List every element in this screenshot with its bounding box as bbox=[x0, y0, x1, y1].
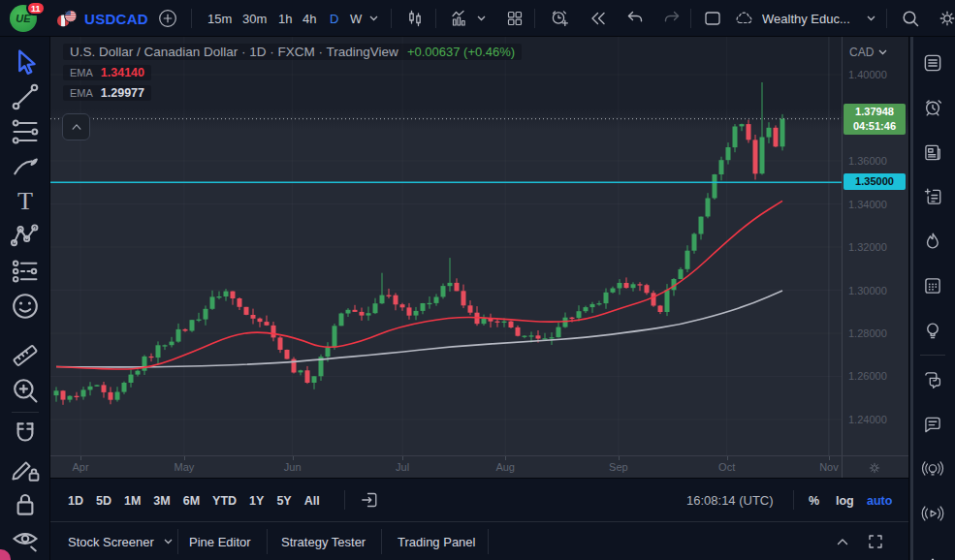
calendar-icon[interactable] bbox=[910, 264, 955, 308]
right-sidebar bbox=[908, 37, 955, 560]
range-all[interactable]: All bbox=[304, 494, 320, 508]
expand-panel-icon[interactable] bbox=[832, 531, 853, 552]
time-axis[interactable]: AprMayJunJulAugSepOctNov bbox=[50, 455, 908, 478]
currency-chevron-icon bbox=[878, 49, 887, 55]
timeframe-1d[interactable]: D bbox=[330, 0, 338, 37]
range-ytd[interactable]: YTD bbox=[212, 494, 237, 508]
text-notes-icon[interactable] bbox=[910, 174, 955, 219]
drawing-toolbar: T bbox=[0, 37, 50, 560]
undo-icon[interactable] bbox=[624, 0, 646, 37]
emoji-icon[interactable] bbox=[8, 289, 43, 324]
ema-fast-value: 1.34140 bbox=[101, 66, 144, 79]
layout-menu-chevron-icon[interactable] bbox=[867, 0, 875, 37]
range-6m[interactable]: 6M bbox=[183, 494, 200, 508]
brightness-icon[interactable] bbox=[863, 456, 886, 479]
month-label: Sep bbox=[609, 461, 628, 473]
ema-fast-label: EMA bbox=[70, 67, 93, 78]
range-1d[interactable]: 1D bbox=[68, 494, 83, 508]
bar-replay-icon[interactable] bbox=[588, 0, 609, 37]
percent-scale-button[interactable]: % bbox=[809, 479, 819, 522]
fullscreen-icon[interactable] bbox=[865, 531, 886, 552]
layout-templates-icon[interactable] bbox=[504, 0, 525, 37]
price-tick: 1.24000 bbox=[848, 414, 887, 425]
indicators-chevron-icon[interactable] bbox=[477, 0, 486, 37]
add-symbol-button[interactable] bbox=[157, 0, 178, 37]
tab-stock-screener[interactable]: Stock Screener bbox=[68, 522, 154, 560]
price-scale[interactable]: CAD 1.37948 04:51:46 1.35000 1.400001.38… bbox=[843, 37, 908, 455]
month-label: Apr bbox=[72, 461, 88, 473]
screener-chevron-icon[interactable] bbox=[164, 539, 173, 544]
text-icon[interactable]: T bbox=[8, 184, 43, 219]
range-3m[interactable]: 3M bbox=[153, 494, 170, 508]
range-1m[interactable]: 1M bbox=[124, 494, 141, 508]
lock-all-icon[interactable] bbox=[8, 486, 43, 521]
zoom-in-icon[interactable] bbox=[8, 373, 43, 408]
settings-gear-icon[interactable] bbox=[937, 0, 955, 37]
month-label: Nov bbox=[819, 461, 839, 473]
ema-fast-row[interactable]: EMA 1.34140 bbox=[63, 65, 151, 80]
idea-streams-icon[interactable] bbox=[910, 447, 955, 491]
sidebar-scrollbar[interactable] bbox=[910, 37, 913, 560]
tab-trading-panel[interactable]: Trading Panel bbox=[398, 522, 475, 560]
public-chats-icon[interactable] bbox=[910, 358, 955, 402]
alert-icon[interactable] bbox=[910, 85, 955, 130]
collapse-pane-button[interactable] bbox=[62, 113, 90, 140]
create-alert-icon[interactable] bbox=[549, 0, 570, 37]
xabcd-pattern-icon[interactable] bbox=[8, 219, 43, 254]
brush-icon[interactable] bbox=[8, 149, 43, 184]
redo-icon[interactable] bbox=[661, 0, 683, 37]
forecast-icon[interactable] bbox=[8, 254, 43, 289]
range-1y[interactable]: 1Y bbox=[249, 494, 264, 508]
search-icon[interactable] bbox=[900, 0, 921, 37]
ruler-icon[interactable] bbox=[8, 338, 43, 373]
ema-slow-row[interactable]: EMA 1.29977 bbox=[63, 85, 151, 101]
fib-retracement-icon[interactable] bbox=[8, 114, 43, 149]
symbol-button[interactable]: USDCAD bbox=[84, 0, 148, 37]
timeframe-4h[interactable]: 4h bbox=[302, 0, 316, 37]
symbol-description[interactable]: U.S. Dollar / Canadian Dollar · 1D · FXC… bbox=[70, 45, 398, 59]
logo-monogram: UE bbox=[16, 13, 30, 24]
timeframe-1w[interactable]: W bbox=[350, 0, 362, 37]
price-tick: 1.36000 bbox=[848, 155, 887, 167]
range-5d[interactable]: 5D bbox=[96, 494, 111, 508]
hide-all-icon[interactable] bbox=[8, 521, 43, 556]
chart-style-candles-icon[interactable] bbox=[404, 0, 426, 37]
currency-selector[interactable]: CAD bbox=[849, 46, 887, 59]
timeframe-15m[interactable]: 15m bbox=[207, 0, 232, 37]
toolbar-divider bbox=[12, 412, 39, 413]
timeframe-menu-chevron-icon[interactable] bbox=[369, 0, 378, 37]
cursor-icon[interactable] bbox=[8, 45, 43, 79]
timeframe-1h[interactable]: 1h bbox=[278, 0, 292, 37]
indicators-icon[interactable] bbox=[449, 0, 470, 37]
sidebar-divider bbox=[920, 355, 945, 356]
private-chat-icon[interactable] bbox=[910, 402, 955, 447]
log-scale-button[interactable]: log bbox=[836, 479, 854, 522]
watchlist-icon[interactable] bbox=[910, 41, 955, 85]
trend-line-icon[interactable] bbox=[8, 79, 43, 114]
hotlists-icon[interactable] bbox=[910, 219, 955, 264]
layout-name[interactable]: Wealthy Educ... bbox=[762, 0, 850, 37]
price-tick: 1.28000 bbox=[848, 327, 887, 339]
whats-new-partial-icon[interactable] bbox=[909, 546, 955, 560]
auto-scale-button[interactable]: auto bbox=[867, 479, 892, 522]
chart-area: U.S. Dollar / Canadian Dollar · 1D · FXC… bbox=[50, 37, 908, 455]
news-icon[interactable] bbox=[910, 130, 955, 174]
date-ranges: 1D 5D 1M 3M 6M YTD 1Y 5Y All bbox=[68, 479, 320, 522]
select-layout-icon[interactable] bbox=[702, 0, 723, 37]
tab-pine-editor[interactable]: Pine Editor bbox=[189, 522, 251, 560]
go-to-date-icon[interactable] bbox=[359, 489, 380, 511]
magnet-icon[interactable] bbox=[8, 417, 43, 451]
currency-label: CAD bbox=[849, 46, 874, 59]
chart-pane[interactable]: U.S. Dollar / Canadian Dollar · 1D · FXC… bbox=[50, 37, 842, 455]
legend-title-row[interactable]: U.S. Dollar / Canadian Dollar · 1D · FXC… bbox=[63, 44, 522, 60]
ema-slow-value: 1.29977 bbox=[101, 86, 144, 100]
timeframe-30m[interactable]: 30m bbox=[242, 0, 267, 37]
range-5y[interactable]: 5Y bbox=[276, 494, 291, 508]
app-logo[interactable]: UE 11 bbox=[10, 5, 37, 32]
chart-legend: U.S. Dollar / Canadian Dollar · 1D · FXC… bbox=[63, 44, 522, 101]
ideas-icon[interactable] bbox=[910, 308, 955, 353]
live-streams-icon[interactable] bbox=[910, 491, 955, 536]
drawing-lock-icon[interactable] bbox=[8, 451, 43, 486]
clock-utc[interactable]: 16:08:14 (UTC) bbox=[686, 479, 774, 522]
tab-strategy-tester[interactable]: Strategy Tester bbox=[281, 522, 366, 560]
